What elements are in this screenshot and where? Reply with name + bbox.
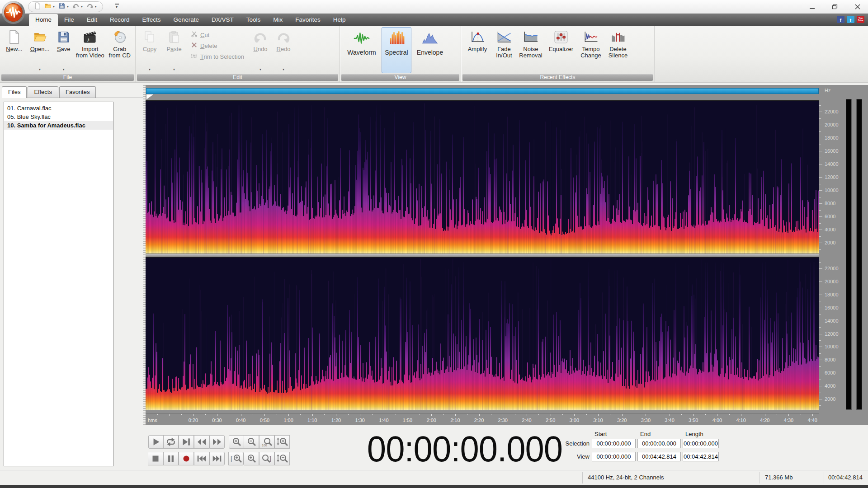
frequency-unit-label: Hz [825,88,830,93]
panel-tab-effects[interactable]: Effects [28,86,58,98]
file-item[interactable]: 01. Carnaval.flac [4,104,113,113]
dropdown-caret[interactable]: ▼ [80,5,83,8]
freq-tick-label: 10000 [825,188,839,193]
ribbon-tab-home[interactable]: Home [29,14,58,26]
panel-tab-favorites[interactable]: Favorites [59,86,96,98]
selection-length-field[interactable]: 00:00:00.000 [683,439,719,448]
selection-end-field[interactable]: 00:00:00.000 [637,439,681,448]
trim-icon [191,52,198,61]
time-tick-label: 3:00 [566,418,582,423]
delete-button[interactable]: DeleteSilence [605,27,631,73]
panel-tab-files[interactable]: Files [2,86,27,98]
dropdown-caret[interactable]: ▼ [62,68,65,71]
open-file-button[interactable]: ▼ [44,2,55,11]
view-end-field[interactable]: 00:04:42.814 [637,452,681,461]
time-tick-label: 2:50 [543,418,558,423]
spectral-icon [388,30,405,46]
group-label: Edit [137,74,338,81]
selection-start-field[interactable]: 00:00:00.000 [592,439,636,448]
save-icon [56,29,72,45]
file-item[interactable]: 05. Blue Sky.flac [4,113,113,121]
time-tick-label: 3:40 [662,418,677,423]
app-logo-button[interactable] [1,0,25,24]
freq-tick-label: 12000 [825,174,839,180]
twitter-icon[interactable]: t [847,16,854,23]
tempo-icon [583,29,599,45]
spectrogram-left-channel[interactable] [146,100,819,254]
facebook-icon[interactable]: f [837,16,844,23]
new-button[interactable]: New... [2,27,27,73]
close-button[interactable] [852,1,863,11]
tempo-button[interactable]: TempoChange [577,27,605,73]
grab-button[interactable]: Grabfrom CD [106,27,133,73]
view-length-field[interactable]: 00:04:42.814 [683,452,719,461]
dropdown-caret: ▼ [259,68,262,71]
customize-quick-access-button[interactable]: ▼ [113,3,120,10]
time-tick-label: 4:00 [709,418,725,423]
freq-tick-label: 10000 [825,344,839,349]
amplify-button[interactable]: Amplify [463,27,492,73]
fade-button[interactable]: FadeIn/Out [492,27,516,73]
paste-button: Paste▼ [162,27,186,73]
time-tick-label: 1:00 [281,418,296,423]
dropdown-caret[interactable]: ▼ [52,5,55,8]
noise-icon [523,29,539,45]
ribbon-tab-record[interactable]: Record [104,14,136,26]
time-ruler[interactable]: hms 0:200:300:400:501:001:101:201:301:40… [146,413,819,425]
time-tick-label: 1:10 [305,418,320,423]
dropdown-caret[interactable]: ▼ [38,68,41,71]
ribbon-tab-generate[interactable]: Generate [167,14,205,26]
grid-header-start: Start [594,431,607,437]
new-file-button[interactable] [34,2,41,11]
dropdown-caret[interactable]: ▼ [66,5,69,8]
dropdown-caret[interactable]: ▼ [94,5,97,8]
import-button[interactable]: ♪Importfrom Video [74,27,106,73]
file-item[interactable]: 10. Samba for Amadeus.flac [4,121,113,130]
waveform-button[interactable]: Waveform [342,27,382,73]
save-button[interactable]: Save▼ [53,27,74,73]
level-meter-right [856,99,862,410]
overview-bar[interactable] [146,88,819,94]
redo-button[interactable]: ▼ [86,2,97,11]
open-folder-icon [44,2,52,11]
save-file-button[interactable]: ▼ [58,2,69,11]
ribbon-tab-favorites[interactable]: Favorites [289,14,327,26]
ribbon-tab-tools[interactable]: Tools [240,14,267,26]
ribbon-tab-mix[interactable]: Mix [267,14,289,26]
time-tick-label: 4:20 [757,418,773,423]
spectral-button[interactable]: Spectral [382,27,411,73]
time-tick-label: 2:30 [495,418,510,423]
save-icon [58,2,66,11]
cut-icon [191,31,198,39]
selection-grid: StartEndLengthSelection00:00:00.00000:00… [144,425,868,470]
ribbon-group-file: New...Open...▼Save▼♪Importfrom VideoGrab… [0,26,136,82]
fade-icon [496,29,512,45]
redo-small-icon [86,2,94,11]
cut-button: Cut [191,31,244,39]
ribbon-group-edit: Copy▼Paste▼CutDeleteTrim to SelectionUnd… [136,26,340,82]
undo-button[interactable]: ▼ [72,2,83,11]
ribbon-tab-dxvst[interactable]: DX/VST [205,14,240,26]
undo-small-icon [72,2,80,11]
youtube-icon[interactable]: You Tube [857,16,864,23]
open-button[interactable]: Open...▼ [27,27,53,73]
ribbon-tab-effects[interactable]: Effects [136,14,167,26]
ribbon: New...Open...▼Save▼♪Importfrom VideoGrab… [0,26,868,83]
dropdown-caret: ▼ [173,68,175,71]
spectrogram-right-channel[interactable] [146,257,819,410]
freq-tick-label: 18000 [825,292,839,297]
view-start-field[interactable]: 00:00:00.000 [592,452,636,461]
envelope-button[interactable]: Envelope [411,27,448,73]
ribbon-tab-help[interactable]: Help [327,14,352,26]
equalizer-icon [553,29,569,45]
ribbon-tab-file[interactable]: File [58,14,80,26]
ribbon-tab-bar: HomeFileEditRecordEffectsGenerateDX/VSTT… [0,14,868,26]
equalizer-button[interactable]: Equalizer [545,27,577,73]
noise-button[interactable]: NoiseRemoval [516,27,545,73]
time-tick-label: 2:00 [424,418,439,423]
minimize-button[interactable] [807,1,818,11]
ribbon-tab-edit[interactable]: Edit [80,14,104,26]
svg-text:♪: ♪ [87,36,90,43]
maximize-button[interactable] [829,1,841,11]
playhead-marker[interactable] [146,94,153,99]
